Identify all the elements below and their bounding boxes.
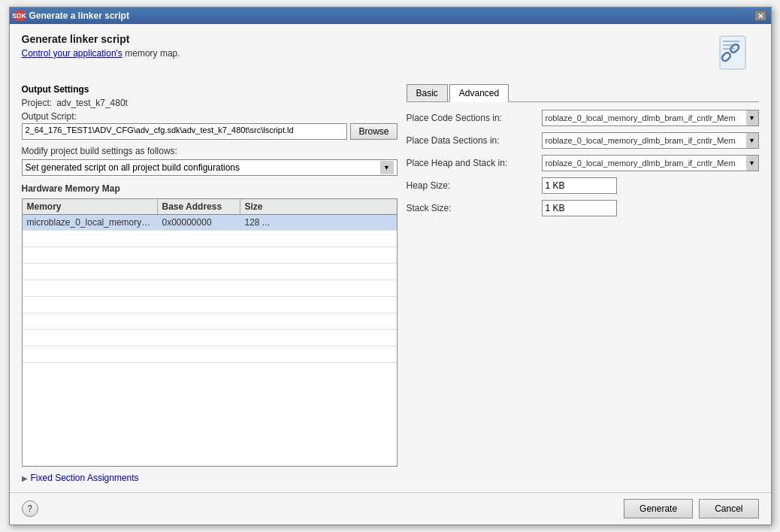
modify-dropdown-value: Set generated script on all project buil… [26, 162, 380, 173]
dialog: SDK Generate a linker script ✕ Generate … [9, 7, 772, 525]
svg-rect-1 [723, 41, 739, 42]
browse-button[interactable]: Browse [350, 123, 397, 140]
cell-memory: microblaze_0_local_memory_il... [23, 215, 158, 230]
hw-memory-map-title: Hardware Memory Map [22, 183, 398, 194]
place-heap-value: roblaze_0_local_memory_dlmb_bram_if_cntl… [546, 159, 746, 168]
place-heap-label: Place Heap and Stack in: [407, 158, 542, 168]
stack-size-row: Stack Size: [407, 200, 759, 216]
place-heap-row: Place Heap and Stack in: roblaze_0_local… [407, 155, 759, 171]
place-code-dropdown-arrow-icon: ▼ [746, 110, 758, 125]
chain-link-icon [714, 33, 759, 78]
place-heap-dropdown[interactable]: roblaze_0_local_memory_dlmb_bram_if_cntl… [542, 155, 759, 171]
place-data-dropdown[interactable]: roblaze_0_local_memory_dlmb_bram_if_cntl… [542, 132, 759, 149]
output-script-input[interactable]: 2_64_176_TEST1\ADV_CFG\adv_cfg.sdk\adv_t… [22, 123, 348, 140]
place-code-value: roblaze_0_local_memory_dlmb_bram_if_cntl… [546, 113, 746, 122]
expand-arrow-icon: ▶ [22, 474, 28, 482]
dialog-subtitle: Control your application's memory map. [22, 48, 180, 59]
dialog-title: Generate linker script [22, 33, 180, 45]
table-header: Memory Base Address Size [23, 199, 397, 215]
table-row[interactable]: microblaze_0_local_memory_il... 0x000000… [23, 215, 397, 231]
generate-button[interactable]: Generate [624, 499, 693, 518]
titlebar: SDK Generate a linker script ✕ [10, 8, 771, 24]
place-data-label: Place Data Sections in: [407, 135, 542, 146]
table-row-empty-2 [23, 247, 397, 264]
subtitle-rest: memory map. [125, 48, 180, 59]
place-code-row: Place Code Sections in: roblaze_0_local_… [407, 110, 759, 126]
tabs-container: Basic Advanced [407, 84, 759, 102]
place-data-value: roblaze_0_local_memory_dlmb_bram_if_cntl… [546, 136, 746, 145]
cell-base-address: 0x00000000 [158, 215, 240, 230]
project-row: Project: adv_test_k7_480t [22, 98, 398, 108]
table-row-empty-6 [23, 313, 397, 330]
place-data-row: Place Data Sections in: roblaze_0_local_… [407, 132, 759, 149]
table-row-empty-3 [23, 264, 397, 280]
modify-dropdown-row: Set generated script on all project buil… [22, 159, 398, 176]
col-size: Size [240, 199, 397, 214]
place-code-dropdown[interactable]: roblaze_0_local_memory_dlmb_bram_if_cntl… [542, 110, 759, 126]
cancel-button[interactable]: Cancel [699, 499, 758, 518]
modify-dropdown[interactable]: Set generated script on all project buil… [22, 159, 398, 176]
table-row-empty-8 [23, 346, 397, 363]
project-label: Project: [22, 98, 53, 108]
output-script-label: Output Script: [22, 111, 398, 122]
sdk-icon: SDK [14, 11, 25, 21]
tab-basic[interactable]: Basic [407, 84, 448, 101]
help-button[interactable]: ? [22, 500, 38, 517]
tab-content-advanced: Place Code Sections in: roblaze_0_local_… [407, 110, 759, 483]
table-row-empty-4 [23, 280, 397, 297]
titlebar-title: Generate a linker script [29, 11, 750, 21]
dialog-body: Generate linker script Control your appl… [10, 24, 771, 492]
stack-size-label: Stack Size: [407, 203, 542, 213]
subtitle-link[interactable]: Control your application's [22, 48, 122, 59]
modify-label: Modify project build settings as follows… [22, 146, 398, 156]
svg-rect-3 [723, 48, 735, 50]
col-memory: Memory [23, 199, 158, 214]
footer-left: ? [22, 499, 618, 518]
content-area: Output Settings Project: adv_test_k7_480… [22, 84, 759, 483]
hw-memory-map: Memory Base Address Size microblaze_0_lo… [22, 198, 398, 467]
stack-size-input[interactable] [542, 200, 617, 216]
cell-size: 128 ... [240, 215, 397, 230]
table-row-empty-1 [23, 231, 397, 247]
tab-advanced[interactable]: Advanced [449, 84, 509, 102]
output-script-row: 2_64_176_TEST1\ADV_CFG\adv_cfg.sdk\adv_t… [22, 123, 398, 140]
dialog-header: Generate linker script Control your appl… [22, 33, 759, 78]
place-data-dropdown-arrow-icon: ▼ [746, 133, 758, 148]
dropdown-arrow-icon: ▼ [380, 161, 394, 174]
fixed-section-label: Fixed Section Assignments [31, 473, 139, 483]
right-panel: Basic Advanced Place Code Sections in: r… [407, 84, 759, 483]
heap-size-label: Heap Size: [407, 180, 542, 191]
close-button[interactable]: ✕ [754, 11, 766, 21]
place-code-label: Place Code Sections in: [407, 113, 542, 123]
dialog-footer: ? Generate Cancel [10, 492, 771, 524]
table-body: microblaze_0_local_memory_il... 0x000000… [23, 215, 397, 466]
table-row-empty-5 [23, 297, 397, 313]
heap-size-input[interactable] [542, 177, 617, 194]
project-value: adv_test_k7_480t [56, 98, 128, 108]
table-row-empty-7 [23, 330, 397, 346]
col-base-address: Base Address [158, 199, 240, 214]
fixed-section-toggle[interactable]: ▶ Fixed Section Assignments [22, 473, 398, 483]
heap-size-row: Heap Size: [407, 177, 759, 194]
output-settings-label: Output Settings [22, 84, 398, 95]
left-panel: Output Settings Project: adv_test_k7_480… [22, 84, 398, 483]
place-heap-dropdown-arrow-icon: ▼ [746, 156, 758, 171]
